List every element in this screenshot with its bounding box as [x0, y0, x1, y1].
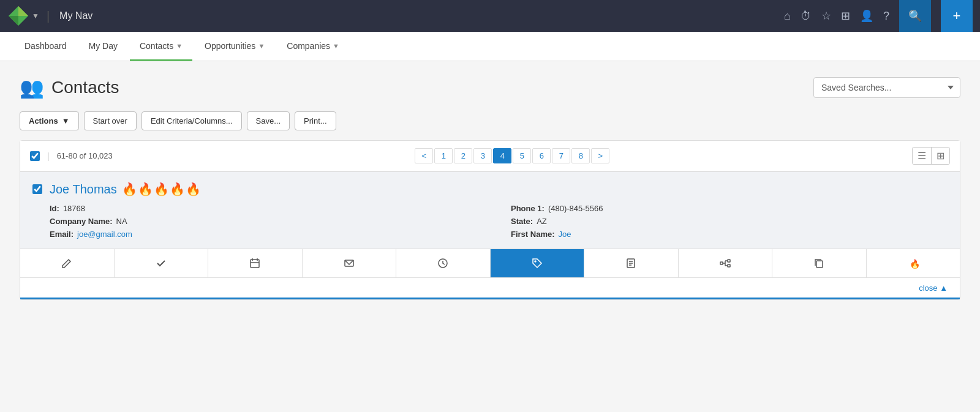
results-header: | 61-80 of 10,023 < 1 2 3 4 5 6 7 8 > ☰ … — [20, 141, 960, 171]
secondary-nav: Dashboard My Day Contacts ▼ Opportunitie… — [0, 32, 980, 61]
field-email: Email: joe@gmail.com — [50, 230, 486, 239]
email-value[interactable]: joe@gmail.com — [77, 230, 132, 239]
page-4-button[interactable]: 4 — [493, 148, 511, 163]
select-all-checkbox[interactable] — [30, 151, 40, 161]
nav-dashboard[interactable]: Dashboard — [15, 32, 77, 61]
list-view-button[interactable]: ☰ — [913, 148, 932, 164]
history-icon[interactable]: ⏱ — [801, 10, 812, 23]
saved-searches-select[interactable]: Saved Searches... — [813, 77, 960, 98]
results-bottom-bar — [20, 298, 960, 299]
close-link[interactable]: close ▲ — [919, 283, 948, 293]
contact-info: Joe Thomas 🔥🔥🔥🔥🔥 Id: 18768 Phone 1: (480… — [50, 182, 948, 239]
check-icon-button[interactable] — [115, 249, 209, 277]
page-7-button[interactable]: 7 — [552, 148, 570, 163]
edit-criteria-button[interactable]: Edit Criteria/Columns... — [141, 111, 242, 130]
page-title: Contacts — [51, 78, 119, 97]
main-content: 👥 Contacts Saved Searches... Actions ▼ S… — [0, 61, 980, 315]
svg-rect-9 — [728, 260, 730, 262]
results-count: 61-80 of 10,023 — [57, 151, 113, 160]
grid-view-button[interactable]: ⊞ — [932, 148, 949, 164]
tag-icon-button[interactable] — [491, 249, 585, 277]
app-logo[interactable] — [7, 5, 29, 27]
svg-text:🔥: 🔥 — [910, 259, 919, 269]
help-icon[interactable]: ? — [883, 10, 889, 23]
svg-rect-3 — [251, 260, 259, 268]
edit-icon-button[interactable] — [20, 249, 115, 277]
contact-checkbox[interactable] — [32, 184, 42, 194]
copy-icon-button[interactable] — [772, 249, 867, 277]
contact-card-header: Joe Thomas 🔥🔥🔥🔥🔥 Id: 18768 Phone 1: (480… — [20, 172, 960, 239]
top-bar: ▼ | My Nav ⌂ ⏱ ☆ ⊞ 👤 ? 🔍 + — [0, 0, 980, 32]
svg-marker-1 — [18, 6, 28, 16]
add-button[interactable]: + — [941, 0, 973, 32]
search-button[interactable]: 🔍 — [899, 0, 931, 32]
svg-rect-10 — [728, 264, 730, 267]
header-divider: | — [47, 151, 50, 161]
contact-fields: Id: 18768 Phone 1: (480)-845-5566 Compan… — [50, 204, 948, 239]
calendar-icon-button[interactable] — [208, 249, 303, 277]
hot-icon-button[interactable]: 🔥 — [867, 249, 960, 277]
page-2-button[interactable]: 2 — [454, 148, 472, 163]
page-5-button[interactable]: 5 — [513, 148, 531, 163]
phone-value: (480)-845-5566 — [548, 204, 603, 213]
companies-dropdown-icon: ▼ — [333, 42, 339, 50]
page-title-area: 👥 Contacts — [20, 76, 119, 99]
print-button[interactable]: Print... — [295, 111, 336, 130]
email-label: Email: — [50, 230, 74, 239]
id-value: 18768 — [63, 204, 85, 213]
state-value: AZ — [537, 217, 547, 226]
contact-name-row: Joe Thomas 🔥🔥🔥🔥🔥 — [50, 182, 948, 197]
company-value: NA — [116, 217, 127, 226]
email-icon-button[interactable] — [303, 249, 397, 277]
page-8-button[interactable]: 8 — [571, 148, 590, 163]
nav-divider: | — [47, 9, 50, 23]
page-1-button[interactable]: 1 — [434, 148, 453, 163]
nav-contacts[interactable]: Contacts ▼ — [130, 32, 192, 61]
actions-button[interactable]: Actions ▼ — [20, 111, 79, 130]
field-phone: Phone 1: (480)-845-5566 — [511, 204, 948, 213]
page-prev-button[interactable]: < — [415, 148, 433, 163]
start-over-button[interactable]: Start over — [84, 111, 137, 130]
star-icon[interactable]: ☆ — [821, 9, 831, 23]
top-bar-icons: ⌂ ⏱ ☆ ⊞ 👤 ? 🔍 + — [784, 0, 973, 32]
page-header: 👥 Contacts Saved Searches... — [20, 76, 960, 99]
home-icon[interactable]: ⌂ — [784, 10, 791, 23]
app-title: My Nav — [59, 10, 92, 21]
firstname-label: First Name: — [511, 230, 555, 239]
company-label: Company Name: — [50, 217, 113, 226]
svg-point-6 — [535, 261, 536, 262]
contact-card: Joe Thomas 🔥🔥🔥🔥🔥 Id: 18768 Phone 1: (480… — [20, 171, 960, 298]
view-toggle: ☰ ⊞ — [912, 147, 950, 165]
actions-dropdown-icon: ▼ — [62, 116, 70, 125]
page-next-button[interactable]: > — [591, 148, 609, 163]
toolbar: Actions ▼ Start over Edit Criteria/Colum… — [20, 111, 960, 130]
nav-opportunities[interactable]: Opportunities ▼ — [195, 32, 274, 61]
logo-dropdown-icon[interactable]: ▼ — [32, 12, 39, 20]
contacts-dropdown-icon: ▼ — [176, 42, 183, 50]
results-container: | 61-80 of 10,023 < 1 2 3 4 5 6 7 8 > ☰ … — [20, 140, 960, 300]
relationship-icon-button[interactable] — [679, 249, 773, 277]
grid-icon[interactable]: ⊞ — [841, 9, 850, 23]
page-6-button[interactable]: 6 — [532, 148, 551, 163]
contact-name-link[interactable]: Joe Thomas — [50, 182, 117, 197]
id-label: Id: — [50, 204, 59, 213]
svg-rect-8 — [720, 262, 723, 264]
opportunity-icon-button[interactable] — [396, 249, 491, 277]
user-icon[interactable]: 👤 — [860, 9, 873, 23]
field-company: Company Name: NA — [50, 217, 486, 226]
logo-area: ▼ | My Nav — [7, 5, 92, 27]
page-3-button[interactable]: 3 — [473, 148, 492, 163]
svg-marker-2 — [9, 16, 18, 26]
state-label: State: — [511, 217, 533, 226]
svg-rect-11 — [816, 261, 823, 268]
nav-my-day[interactable]: My Day — [79, 32, 127, 61]
firstname-value[interactable]: Joe — [559, 230, 571, 239]
save-button[interactable]: Save... — [247, 111, 290, 130]
close-bar: close ▲ — [20, 277, 960, 298]
nav-companies[interactable]: Companies ▼ — [277, 32, 349, 61]
hot-rating-icons: 🔥🔥🔥🔥🔥 — [122, 182, 202, 197]
contacts-icon: 👥 — [20, 76, 44, 99]
field-firstname: First Name: Joe — [511, 230, 948, 239]
action-icons-row: 🔥 — [20, 249, 960, 277]
notes-icon-button[interactable] — [584, 249, 679, 277]
